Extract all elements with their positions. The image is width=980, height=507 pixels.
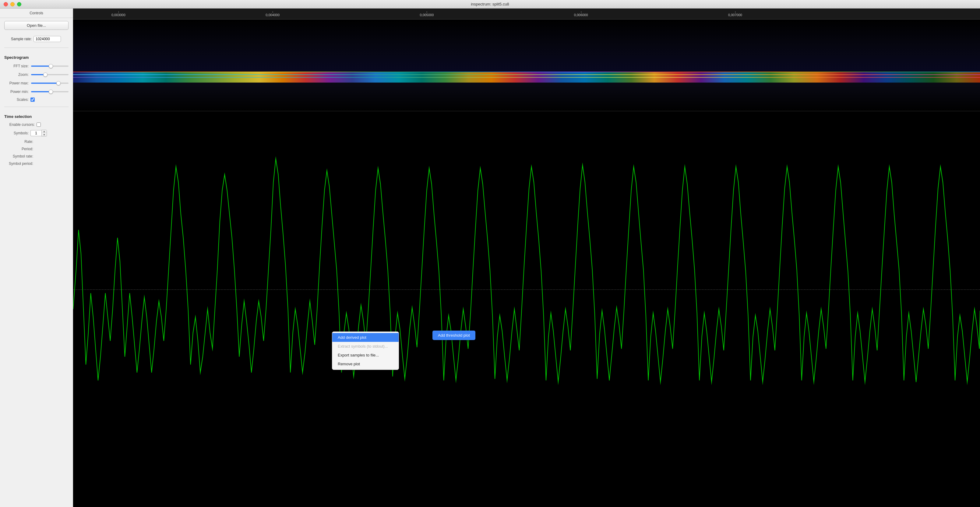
period-row: Period: [4, 147, 68, 151]
title-bar: inspectrum: split5.cu8 [0, 0, 980, 8]
enable-cursors-row: Enable cursors: [4, 123, 68, 127]
waveform-area[interactable] [73, 111, 980, 507]
fft-size-slider-track[interactable] [31, 63, 68, 69]
ruler-tick-1: 0,003000 [111, 13, 126, 17]
sidebar: Controls Open file... Sample rate: Spect… [0, 8, 73, 507]
symbol-rate-row: Symbol rate: [4, 154, 68, 158]
zoom-label: Zoom: [4, 73, 29, 77]
traffic-lights [4, 2, 21, 6]
waveform-svg [73, 111, 980, 507]
controls-header: Controls [0, 8, 73, 18]
symbols-label: Symbols: [4, 131, 29, 135]
scales-checkbox[interactable] [30, 97, 35, 102]
zoom-row: Zoom: [4, 72, 68, 77]
zoom-slider-track[interactable] [31, 72, 68, 77]
symbols-increment-button[interactable]: ▲ [42, 130, 46, 133]
window-title: inspectrum: split5.cu8 [471, 2, 509, 6]
scales-label: Scales: [4, 97, 29, 102]
divider-2 [4, 107, 68, 107]
rate-label: Rate: [4, 140, 33, 144]
power-min-row: Power min: [4, 89, 68, 94]
minimize-button[interactable] [10, 2, 14, 6]
fft-size-label: FFT size: [4, 64, 29, 68]
time-selection-header: Time selection [4, 114, 68, 119]
enable-cursors-checkbox[interactable] [37, 123, 41, 127]
sample-rate-row: Sample rate: [4, 36, 68, 42]
symbols-stepper[interactable]: ▲ ▼ [30, 130, 47, 137]
fft-size-row: FFT size: [4, 63, 68, 69]
ruler-tick-3: 0,005000 [420, 13, 434, 17]
spectrogram-area [73, 19, 980, 111]
maximize-button[interactable] [17, 2, 21, 6]
app-container: Controls Open file... Sample rate: Spect… [0, 8, 980, 507]
symbol-period-label: Symbol period: [4, 161, 33, 166]
power-min-label: Power min: [4, 89, 29, 94]
symbol-period-row: Symbol period: [4, 161, 68, 166]
sample-rate-input[interactable] [33, 36, 61, 42]
context-menu: Add derived plot Extract symbols (to std… [332, 332, 399, 370]
ruler-tick-5: 0,007000 [728, 13, 742, 17]
ruler-tick-2: 0,004000 [266, 13, 280, 17]
ruler: 0,003000 0,004000 0,005000 0,006000 0,00… [73, 8, 980, 19]
divider-1 [4, 48, 68, 48]
period-label: Period: [4, 147, 33, 151]
context-menu-item-extract: Extract symbols (to stdout)... [332, 342, 399, 351]
add-threshold-plot-button[interactable]: Add threshold plot [433, 331, 476, 340]
ruler-tick-4: 0,006000 [574, 13, 588, 17]
open-file-button[interactable]: Open file... [4, 21, 68, 30]
spectrogram-section-header: Spectrogram [4, 55, 68, 60]
sidebar-content: Sample rate: Spectrogram FFT size: Zoom: [0, 32, 73, 169]
power-max-label: Power max: [4, 81, 29, 85]
main-plot-area[interactable]: 0,003000 0,004000 0,005000 0,006000 0,00… [73, 8, 980, 507]
ruler-ticks: 0,003000 0,004000 0,005000 0,006000 0,00… [73, 8, 980, 18]
context-menu-item-derived[interactable]: Add derived plot [332, 333, 399, 342]
context-menu-item-remove[interactable]: Remove plot [332, 360, 399, 368]
scales-row: Scales: [4, 97, 68, 102]
symbol-rate-label: Symbol rate: [4, 154, 33, 158]
power-max-slider-track[interactable] [31, 80, 68, 86]
symbols-row: Symbols: ▲ ▼ [4, 130, 68, 137]
rate-row: Rate: [4, 140, 68, 144]
power-max-row: Power max: [4, 80, 68, 86]
symbols-input[interactable] [30, 130, 41, 136]
symbols-decrement-button[interactable]: ▼ [42, 133, 46, 136]
sample-rate-label: Sample rate: [4, 37, 32, 41]
context-menu-item-export[interactable]: Export samples to file... [332, 351, 399, 360]
enable-cursors-label: Enable cursors: [4, 123, 35, 127]
symbols-stepper-buttons: ▲ ▼ [41, 130, 47, 137]
close-button[interactable] [4, 2, 8, 6]
power-min-slider-track[interactable] [31, 89, 68, 94]
